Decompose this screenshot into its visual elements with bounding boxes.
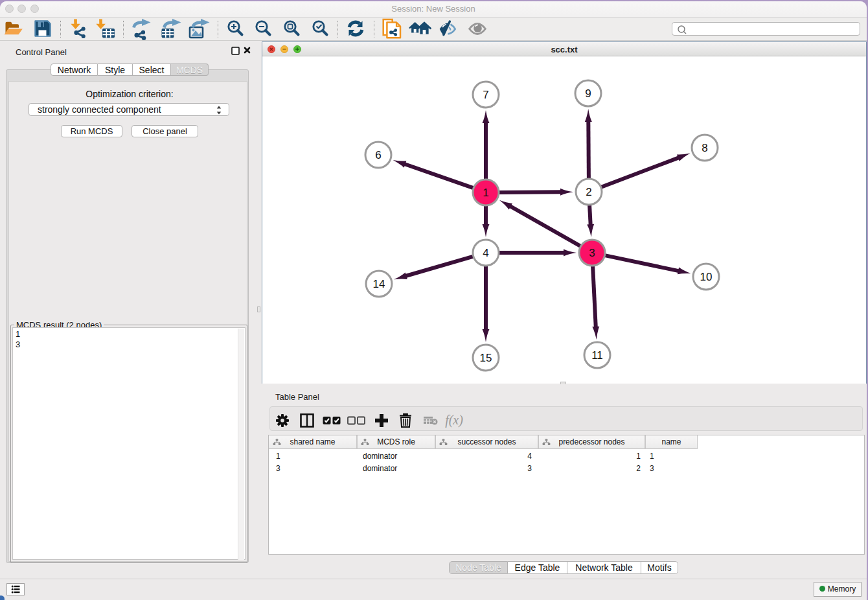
svg-text:11: 11 [591, 349, 603, 362]
svg-text:4: 4 [483, 247, 488, 259]
svg-text:15: 15 [480, 352, 492, 364]
svg-text:8: 8 [702, 142, 707, 154]
svg-text:2: 2 [586, 186, 591, 198]
svg-text:1: 1 [483, 187, 488, 199]
svg-text:3: 3 [589, 247, 595, 259]
svg-text:14: 14 [373, 278, 385, 290]
svg-text:7: 7 [483, 89, 488, 101]
svg-text:10: 10 [700, 271, 713, 283]
svg-text:6: 6 [375, 149, 381, 161]
svg-text:f(x): f(x) [445, 413, 463, 428]
svg-text:9: 9 [585, 87, 591, 100]
